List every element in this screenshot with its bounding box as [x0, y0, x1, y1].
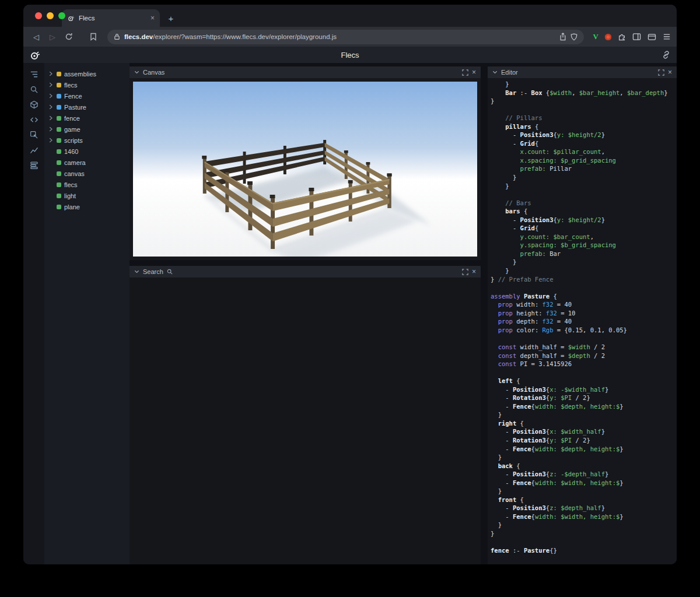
collapse-chevron-icon[interactable]: [134, 70, 139, 75]
code-line: [491, 106, 677, 114]
url-text: flecs.dev/explorer/?wasm=https://www.fle…: [124, 33, 555, 40]
entity-label: game: [64, 126, 80, 133]
chevron-right-icon[interactable]: [48, 82, 54, 87]
tree-item-scripts[interactable]: scripts: [44, 135, 130, 146]
code-line: const depth_half = $depth / 2: [491, 352, 677, 360]
browser-tab-flecs[interactable]: Flecs ×: [62, 9, 160, 27]
menu-icon[interactable]: [663, 33, 671, 40]
reload-button[interactable]: [62, 30, 76, 44]
rail-button-search[interactable]: [26, 84, 41, 94]
minimize-window-button[interactable]: [47, 12, 54, 19]
code-line: - Position3{y: $height/2}: [491, 131, 677, 139]
scene-icon: [30, 100, 38, 109]
chevron-right-icon[interactable]: [48, 127, 54, 132]
expand-panel-icon[interactable]: [658, 69, 664, 76]
chevron-right-icon[interactable]: [48, 138, 54, 143]
collapse-chevron-icon[interactable]: [492, 70, 498, 75]
entity-label: plane: [64, 203, 80, 210]
tree-item-camera[interactable]: camera: [44, 157, 130, 168]
canvas-3d-view[interactable]: [133, 82, 477, 257]
main-content: assembliesflecsFencePasturefencegamescri…: [23, 63, 677, 564]
code-line: y.count: $bar_count,: [491, 233, 677, 241]
tab-close-icon[interactable]: ×: [150, 15, 155, 22]
editor-panel-header: Editor ×: [488, 66, 677, 78]
forward-button[interactable]: ▷: [46, 30, 60, 44]
back-button[interactable]: ◁: [29, 30, 43, 44]
tree-item-fence[interactable]: fence: [44, 113, 130, 124]
extension-area: V: [593, 32, 671, 41]
search-panel: Search ×: [130, 266, 481, 564]
address-bar[interactable]: flecs.dev/explorer/?wasm=https://www.fle…: [107, 30, 584, 44]
chevron-right-icon[interactable]: [48, 115, 54, 121]
editor-column: Editor × } Bar :- Box {$width, $bar_heig…: [488, 63, 677, 564]
code-line: }: [491, 97, 677, 106]
tree-item-flecs[interactable]: flecs: [44, 179, 130, 190]
tree-item-plane[interactable]: plane: [44, 201, 130, 212]
rail-button-scene[interactable]: [26, 99, 41, 110]
close-panel-icon[interactable]: ×: [472, 268, 476, 275]
code-line: }: [491, 453, 677, 462]
entity-color-chip: [57, 105, 61, 110]
entity-color-chip: [57, 205, 61, 209]
desktop: Flecs × + ◁ ▷ flecs.dev/explorer/?wasm=h…: [0, 0, 700, 597]
extensions-puzzle-icon[interactable]: [618, 33, 626, 41]
close-window-button[interactable]: [35, 12, 42, 19]
sidebar-toggle-icon[interactable]: [632, 33, 641, 41]
entity-label: Fence: [64, 93, 82, 100]
code-line: - Fence{width: $depth, height:$}: [491, 445, 677, 454]
expand-panel-icon[interactable]: [462, 269, 468, 275]
rail-button-entity-tree[interactable]: [26, 69, 41, 79]
rail-button-code[interactable]: [26, 114, 41, 125]
rail-button-stats[interactable]: [26, 145, 41, 155]
code-line: - Grid{: [491, 224, 677, 233]
entity-label: camera: [64, 159, 86, 166]
tree-item-game[interactable]: game: [44, 124, 130, 135]
rail-button-queries[interactable]: [26, 160, 41, 170]
code-line: }: [491, 529, 677, 538]
extension-v-icon[interactable]: V: [593, 32, 598, 41]
tree-item-flecs[interactable]: flecs: [44, 79, 130, 90]
code-line: }: [491, 410, 677, 419]
code-line: const width_half = $width / 2: [491, 343, 677, 352]
close-panel-icon[interactable]: ×: [472, 69, 476, 76]
chevron-right-icon[interactable]: [48, 93, 54, 99]
new-tab-button[interactable]: +: [163, 10, 178, 26]
entity-color-chip: [57, 171, 61, 176]
code-line: left {: [491, 377, 677, 385]
rail-button-inspect[interactable]: [26, 129, 41, 140]
code-line: bars {: [491, 207, 677, 216]
entity-label: canvas: [64, 170, 85, 177]
bookmark-icon[interactable]: [86, 30, 100, 44]
entity-label: 1460: [64, 148, 78, 155]
page-title: Flecs: [47, 51, 653, 59]
entity-tree: assembliesflecsFencePasturefencegamescri…: [44, 63, 130, 564]
collapse-chevron-icon[interactable]: [134, 269, 139, 274]
tree-item-light[interactable]: light: [44, 190, 130, 201]
expand-panel-icon[interactable]: [462, 69, 468, 76]
code-line: pillars {: [491, 122, 677, 131]
editor-code[interactable]: } Bar :- Box {$width, $bar_height, $bar_…: [488, 78, 677, 564]
queries-icon: [30, 161, 38, 170]
tree-item-Pasture[interactable]: Pasture: [44, 101, 130, 113]
tree-item-canvas[interactable]: canvas: [44, 168, 130, 179]
code-line: [491, 334, 677, 343]
brave-shield-icon[interactable]: [570, 33, 578, 41]
entity-color-chip: [57, 138, 61, 143]
extension-red-icon[interactable]: [605, 34, 611, 40]
zoom-window-button[interactable]: [58, 12, 65, 19]
chevron-right-icon[interactable]: [48, 104, 54, 110]
tree-item-assemblies[interactable]: assemblies: [44, 68, 130, 79]
code-line: prop color: Rgb = {0.15, 0.1, 0.05}: [491, 326, 677, 335]
close-panel-icon[interactable]: ×: [668, 69, 672, 76]
entity-label: flecs: [64, 181, 78, 188]
tree-item-1460[interactable]: 1460: [44, 146, 130, 157]
share-link-icon[interactable]: [653, 50, 671, 59]
tree-item-Fence[interactable]: Fence: [44, 90, 130, 101]
wallet-icon[interactable]: [648, 33, 656, 41]
code-line: } // Prefab Fence: [491, 275, 677, 284]
code-line: - Position3{x: $width_half}: [491, 427, 677, 436]
fence-scene: [133, 82, 477, 257]
editor-panel: Editor × } Bar :- Box {$width, $bar_heig…: [488, 66, 677, 564]
chevron-right-icon[interactable]: [48, 71, 54, 76]
share-icon[interactable]: [559, 33, 566, 41]
